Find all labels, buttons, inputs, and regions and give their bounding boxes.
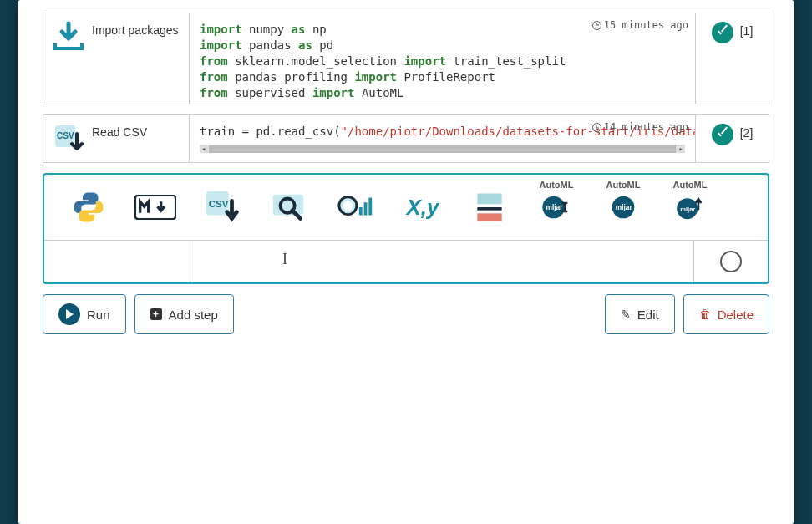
csv-file-icon: CSV xyxy=(52,122,85,155)
active-cell: CSV X,y AutoML mljar AutoML mljar AutoML xyxy=(43,173,769,284)
cell-status: [2] xyxy=(695,115,769,162)
execution-count: [1] xyxy=(740,22,754,38)
code-area[interactable]: 14 minutes ago train = pd.read_csv("/hom… xyxy=(190,115,695,162)
active-cell-editor[interactable]: I xyxy=(190,241,694,282)
svg-text:CSV: CSV xyxy=(57,131,74,140)
tool-markdown[interactable] xyxy=(134,186,176,228)
svg-rect-11 xyxy=(368,198,372,216)
edit-button[interactable]: ✎ Edit xyxy=(605,294,675,334)
svg-point-8 xyxy=(343,201,353,211)
add-step-button[interactable]: + Add step xyxy=(134,294,234,334)
text-cursor-icon: I xyxy=(282,251,287,268)
cell-status: [1] xyxy=(695,13,769,104)
notebook-sheet: Import packages 15 minutes ago import nu… xyxy=(18,0,794,524)
timestamp: 15 minutes ago xyxy=(592,18,688,32)
svg-rect-10 xyxy=(364,203,368,216)
tool-python[interactable] xyxy=(68,186,109,228)
pencil-icon: ✎ xyxy=(621,308,631,321)
cell-label: Read CSV xyxy=(92,122,147,139)
code-area[interactable]: 15 minutes ago import numpy as np import… xyxy=(190,13,695,104)
cell-label: Import packages xyxy=(92,20,179,37)
svg-rect-13 xyxy=(477,194,501,205)
clock-icon xyxy=(592,21,601,30)
active-cell-status xyxy=(694,241,768,282)
tool-profile[interactable] xyxy=(335,186,377,228)
svg-rect-14 xyxy=(477,207,501,211)
svg-text:mljar: mljar xyxy=(546,204,564,212)
play-icon xyxy=(58,303,80,325)
run-button[interactable]: Run xyxy=(43,294,126,334)
tool-xy-split[interactable]: X,y xyxy=(402,186,444,228)
cell-left: Import packages xyxy=(43,13,190,104)
download-icon xyxy=(52,20,85,53)
active-cell-body: I xyxy=(44,241,768,282)
trash-icon: 🗑 xyxy=(699,308,711,321)
tool-automl-export[interactable]: AutoML mljar xyxy=(669,186,711,228)
cell-import-packages[interactable]: Import packages 15 minutes ago import nu… xyxy=(43,13,769,104)
active-cell-left xyxy=(44,241,190,282)
svg-rect-9 xyxy=(359,207,363,216)
svg-text:CSV: CSV xyxy=(209,199,229,209)
delete-button[interactable]: 🗑 Delete xyxy=(683,294,769,334)
clock-icon xyxy=(592,123,601,132)
success-check-icon xyxy=(712,124,733,145)
step-type-toolbar: CSV X,y AutoML mljar AutoML mljar AutoML xyxy=(44,175,768,241)
svg-text:mljar: mljar xyxy=(616,204,633,212)
horizontal-scrollbar[interactable] xyxy=(200,145,685,153)
tool-automl-train[interactable]: AutoML mljar xyxy=(535,186,577,228)
execution-count: [2] xyxy=(740,124,754,140)
tool-automl-predict[interactable]: AutoML mljar xyxy=(602,186,644,228)
svg-rect-15 xyxy=(477,214,501,221)
tool-explore[interactable] xyxy=(268,186,310,228)
tool-read-csv[interactable]: CSV xyxy=(201,186,243,228)
pending-status-icon xyxy=(720,251,742,272)
action-toolbar: Run + Add step ✎ Edit 🗑 Delete xyxy=(43,294,769,334)
cell-read-csv[interactable]: CSV Read CSV 14 minutes ago train = pd.r… xyxy=(43,114,769,163)
cell-left: CSV Read CSV xyxy=(43,115,190,162)
success-check-icon xyxy=(712,22,733,43)
timestamp: 14 minutes ago xyxy=(592,120,688,134)
svg-text:mljar: mljar xyxy=(680,206,695,213)
plus-icon: + xyxy=(150,308,162,320)
tool-train-test-split[interactable] xyxy=(469,186,510,228)
